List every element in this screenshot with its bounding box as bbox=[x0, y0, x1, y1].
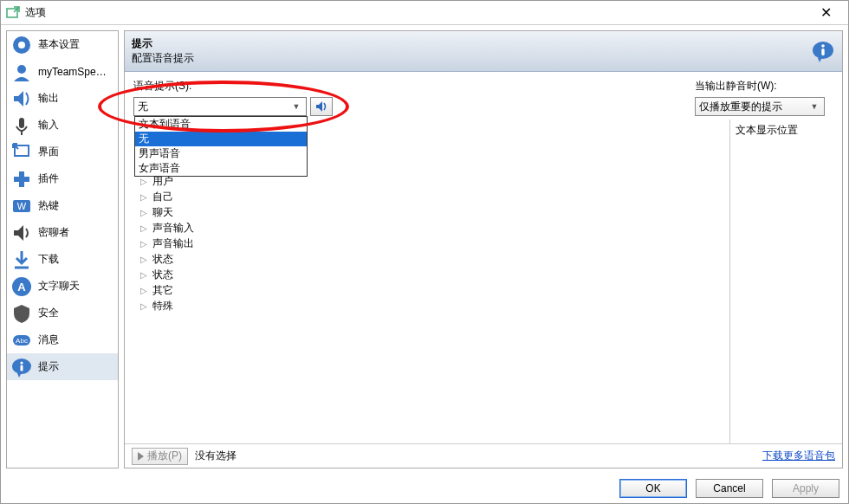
dropdown-item[interactable]: 无 bbox=[135, 132, 307, 146]
sidebar-icon bbox=[10, 356, 33, 378]
voice-prompt-value: 无 bbox=[138, 100, 290, 114]
dropdown-item[interactable]: 男声语音 bbox=[135, 146, 307, 161]
sidebar-item[interactable]: 插件 bbox=[7, 165, 118, 192]
tree-item[interactable]: ▷其它 bbox=[140, 282, 721, 298]
dropdown-item[interactable]: 文本到语音 bbox=[135, 117, 307, 132]
header-title: 提示 bbox=[132, 36, 811, 51]
sidebar-item-label: 输入 bbox=[38, 118, 59, 132]
dropdown-item[interactable]: 女声语音 bbox=[135, 161, 307, 176]
sidebar-icon bbox=[10, 222, 33, 244]
tree-item-label: 聊天 bbox=[152, 205, 173, 220]
footer-status: 没有选择 bbox=[195, 449, 237, 463]
sidebar-icon bbox=[10, 249, 33, 271]
cancel-button[interactable]: Cancel bbox=[696, 479, 763, 498]
close-button[interactable]: ✕ bbox=[808, 4, 843, 21]
sidebar-item[interactable]: Abc消息 bbox=[7, 326, 118, 353]
app-icon bbox=[6, 6, 20, 20]
expander-icon: ▷ bbox=[140, 286, 149, 295]
play-button[interactable]: 播放(P) bbox=[132, 448, 188, 465]
sidebar-item[interactable]: 输入 bbox=[7, 112, 118, 139]
window: 选项 ✕ 基本设置myTeamSpe…输出输入界面插件W热键密聊者下载A文字聊天… bbox=[0, 0, 849, 504]
sidebar-icon bbox=[10, 302, 33, 325]
sidebar-item-label: myTeamSpe… bbox=[38, 66, 107, 78]
tree-item-label: 自己 bbox=[152, 190, 173, 204]
sidebar-item[interactable]: 基本设置 bbox=[7, 31, 118, 58]
sidebar-item-label: 热键 bbox=[38, 198, 59, 213]
text-position-title: 文本显示位置 bbox=[736, 123, 828, 138]
tree-item[interactable]: ▷自己 bbox=[140, 189, 721, 204]
play-icon bbox=[138, 452, 144, 461]
svg-rect-4 bbox=[19, 118, 24, 128]
sidebar-item-label: 提示 bbox=[38, 359, 59, 374]
voice-prompt-combo[interactable]: 无 ▼ 文本到语音无男声语音女声语音 bbox=[133, 97, 307, 116]
sidebar-icon bbox=[10, 141, 33, 164]
svg-rect-19 bbox=[821, 48, 824, 55]
svg-point-2 bbox=[18, 42, 25, 48]
tree-item[interactable]: ▷声音输入 bbox=[140, 220, 721, 236]
sidebar-item-label: 密聊者 bbox=[38, 225, 69, 240]
sidebar-icon: Abc bbox=[10, 329, 33, 352]
play-label: 播放(P) bbox=[147, 449, 182, 463]
ok-button[interactable]: OK bbox=[619, 479, 687, 498]
sidebar-icon bbox=[10, 168, 33, 191]
expander-icon: ▷ bbox=[140, 177, 149, 186]
sidebar-item[interactable]: 安全 bbox=[7, 300, 118, 326]
sidebar-icon: W bbox=[10, 195, 33, 217]
tree-item[interactable]: ▷状态 bbox=[140, 267, 721, 282]
tree-item[interactable]: ▷特殊 bbox=[140, 298, 721, 313]
mute-output-label: 当输出静音时(W): bbox=[695, 79, 833, 94]
main-header: 提示 配置语音提示 bbox=[125, 31, 842, 72]
expander-icon: ▷ bbox=[140, 270, 149, 280]
sidebar-item-label: 下载 bbox=[38, 252, 59, 267]
sidebar-item[interactable]: 提示 bbox=[7, 353, 118, 380]
button-bar: OK Cancel Apply bbox=[1, 474, 848, 503]
sidebar-item[interactable]: W热键 bbox=[7, 192, 118, 219]
svg-point-15 bbox=[20, 361, 23, 364]
sidebar-item[interactable]: 输出 bbox=[7, 85, 118, 112]
tree-item[interactable]: ▷聊天 bbox=[140, 204, 721, 220]
svg-point-3 bbox=[17, 65, 26, 74]
sidebar-item-label: 安全 bbox=[38, 306, 59, 320]
sidebar-item[interactable]: 界面 bbox=[7, 139, 118, 165]
tree-item-label: 其它 bbox=[152, 283, 173, 298]
info-icon bbox=[811, 39, 835, 63]
tree-item-label: 声音输出 bbox=[152, 236, 194, 251]
expander-icon: ▷ bbox=[140, 301, 149, 311]
sidebar-item[interactable]: 密聊者 bbox=[7, 219, 118, 246]
tree-item-label: 状态 bbox=[152, 252, 173, 267]
expander-icon: ▷ bbox=[140, 223, 149, 233]
test-voice-button[interactable] bbox=[310, 97, 333, 116]
sidebar-item-label: 消息 bbox=[38, 333, 59, 347]
svg-text:Abc: Abc bbox=[16, 337, 28, 345]
sidebar-item[interactable]: A文字聊天 bbox=[7, 273, 118, 300]
tree-item-label: 声音输入 bbox=[152, 221, 194, 236]
svg-text:W: W bbox=[17, 201, 27, 211]
expander-icon: ▷ bbox=[140, 239, 149, 249]
form-row: 语音提示(S): 无 ▼ 文本到语音无男声语音女声语音 bbox=[133, 79, 833, 116]
expander-icon: ▷ bbox=[140, 255, 149, 264]
sidebar-item-label: 界面 bbox=[38, 145, 59, 159]
sidebar-item-label: 基本设置 bbox=[38, 37, 80, 52]
sidebar: 基本设置myTeamSpe…输出输入界面插件W热键密聊者下载A文字聊天安全Abc… bbox=[6, 30, 119, 468]
tree-item-label: 特殊 bbox=[152, 299, 173, 313]
expander-icon: ▷ bbox=[140, 192, 149, 202]
sidebar-item-label: 输出 bbox=[38, 91, 59, 106]
sidebar-item[interactable]: 下载 bbox=[7, 246, 118, 273]
voice-prompt-label: 语音提示(S): bbox=[133, 79, 695, 94]
tree-item[interactable]: ▷声音输出 bbox=[140, 236, 721, 251]
window-title: 选项 bbox=[25, 5, 808, 20]
mute-output-value: 仅播放重要的提示 bbox=[699, 100, 808, 114]
svg-rect-16 bbox=[21, 365, 23, 371]
sidebar-item[interactable]: myTeamSpe… bbox=[7, 58, 118, 85]
download-more-link[interactable]: 下载更多语音包 bbox=[762, 449, 835, 463]
main-panel: 提示 配置语音提示 语音提示(S): 无 ▼ 文本到语音无 bbox=[124, 30, 843, 468]
mute-output-combo[interactable]: 仅播放重要的提示 ▼ bbox=[695, 97, 825, 116]
window-body: 基本设置myTeamSpe…输出输入界面插件W热键密聊者下载A文字聊天安全Abc… bbox=[1, 25, 848, 474]
sidebar-icon bbox=[10, 61, 33, 83]
apply-button[interactable]: Apply bbox=[772, 479, 839, 498]
chevron-down-icon: ▼ bbox=[290, 102, 302, 111]
header-subtitle: 配置语音提示 bbox=[132, 51, 811, 66]
tree-item[interactable]: ▷状态 bbox=[140, 251, 721, 267]
svg-point-18 bbox=[821, 44, 825, 48]
main-footer: 播放(P) 没有选择 下载更多语音包 bbox=[125, 443, 842, 468]
